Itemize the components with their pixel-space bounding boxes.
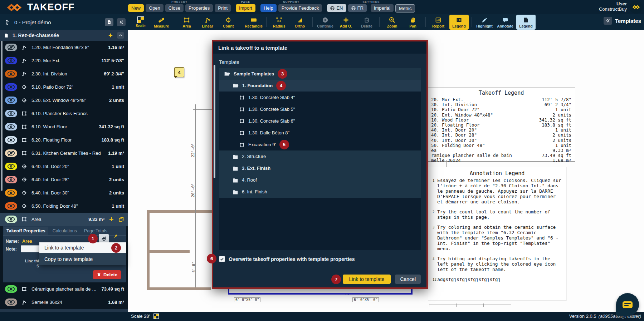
template-tree-row[interactable]: 1.30. Concrete Slab 6" (219, 115, 421, 127)
template-tree-row[interactable]: 2. Structure (219, 150, 421, 162)
overwrite-checkbox[interactable] (219, 256, 225, 262)
takeoff-row[interactable]: 6.31. Kitchen Ceramic Tiles - Red 1.19 m… (0, 147, 128, 160)
open-button[interactable]: Open (146, 4, 164, 12)
tool-ortho[interactable]: Ortho (290, 15, 309, 30)
template-tree-row[interactable]: 1.30. Concrete Slab 4" (219, 92, 421, 103)
tool-annotate[interactable]: Annotate (496, 15, 515, 30)
sidebar-collapse-button[interactable] (117, 18, 126, 26)
link-to-template-button[interactable]: Link to template (343, 275, 391, 284)
visibility-eye-toggle[interactable] (5, 110, 17, 117)
add-measure-button[interactable] (108, 216, 114, 222)
tool-add-o[interactable]: Add O. (336, 15, 356, 30)
tab-takeoff-properties[interactable]: Takeoff Properties (4, 227, 48, 235)
takeoff-row[interactable]: 2.30. Int. Division 69' 2-3/4" (0, 67, 128, 80)
duplicate-icon[interactable] (118, 217, 124, 222)
properties-button[interactable]: Properties (185, 4, 213, 12)
tool-measure[interactable]: Measure (152, 15, 171, 30)
tool-scale[interactable]: Scale (131, 15, 150, 30)
add-takeoff-button[interactable] (108, 33, 113, 38)
visibility-eye-toggle[interactable] (5, 57, 17, 64)
visibility-eye-toggle[interactable] (5, 123, 17, 130)
visibility-eye-toggle[interactable] (5, 189, 17, 197)
takeoff-row[interactable]: 6.10. Plancher Bois-Francs (0, 107, 128, 120)
tool-count[interactable]: Count (219, 15, 238, 30)
template-tree-row[interactable]: 4. Roof (219, 174, 421, 186)
import-button[interactable]: Import (236, 4, 255, 12)
templates-collapse-button[interactable] (604, 17, 612, 25)
takeoff-row[interactable]: 5.10. Patio Door 72" 1 unit (0, 80, 128, 94)
template-tree-row[interactable]: 6. Int. Finish (219, 186, 421, 198)
cancel-button[interactable]: Cancel (395, 275, 421, 284)
tool-highlight[interactable]: Highlight (475, 15, 494, 30)
takeoff-row[interactable]: Semelle 36x24 1.68 m³ (0, 296, 128, 309)
template-tree-row[interactable]: 1.30. Concrete Slab 5" (219, 103, 421, 115)
tool-area[interactable]: Area (177, 15, 196, 30)
group-settings: SETTINGS EN FR Imperial Metric (327, 0, 415, 13)
print-button[interactable]: Print (215, 4, 231, 12)
template-tree-row[interactable]: 3. Ext. Finish (219, 162, 421, 174)
takeoff-row[interactable]: 6.20. Floating Floor 183.8 sq ft (0, 133, 128, 147)
tool-continue[interactable]: Continue (316, 15, 335, 30)
help-button[interactable]: Help (260, 4, 277, 12)
menu-item-copy-to-new-template[interactable]: Copy to new template (39, 253, 126, 265)
section-collapse-button[interactable] (117, 32, 124, 39)
menu-item-link-to-template[interactable]: Link to a template 2 (39, 242, 126, 253)
visibility-eye-toggle[interactable] (5, 202, 17, 210)
template-tree-row[interactable]: Excavation 9' 5 (219, 139, 421, 150)
tool-pan[interactable]: Pan (403, 15, 423, 30)
takeoff-row[interactable]: 6.40. Int. Door 28" 2 units (0, 173, 128, 186)
tool-legend-takeoff[interactable]: Legend (449, 15, 469, 30)
visibility-eye-toggle[interactable] (5, 70, 17, 78)
lang-en-button[interactable]: EN (327, 4, 346, 12)
takeoff-row[interactable]: Céramique plancher salle de bain 73.49 s… (0, 282, 128, 296)
chat-support-button[interactable] (616, 293, 639, 316)
tool-radius[interactable]: Radius (269, 15, 289, 30)
template-tree-row[interactable]: 1. Foundation 4 (219, 80, 421, 92)
takeoff-row[interactable]: 2.20. Mur Ext. 112' 5-7/8" (0, 54, 128, 67)
takeoff-row[interactable]: 6.10. Wood Floor 341.32 sq ft (0, 120, 128, 133)
delete-takeoff-button[interactable]: Delete (93, 270, 121, 279)
tool-delete[interactable]: Delete (357, 15, 376, 30)
legend-item-name: 40. Int. Door 30" (431, 138, 477, 143)
pin-icon[interactable] (113, 234, 118, 239)
takeoff-row[interactable]: 6.40. Int. Door 30" 2 units (0, 186, 128, 199)
tab-calculations[interactable]: Calculations (50, 227, 80, 235)
visibility-eye-toggle[interactable] (5, 216, 17, 223)
visibility-eye-toggle[interactable] (5, 97, 17, 104)
annotation-marker-4[interactable]: 4 (174, 67, 184, 77)
templates-panel-label[interactable]: Templates (615, 18, 641, 24)
tool-rectangle[interactable]: Rectangle (244, 15, 263, 30)
tool-report[interactable]: Report (429, 15, 448, 30)
tool-zoom[interactable]: Zoom (382, 15, 402, 30)
lang-fr-button[interactable]: FR (348, 4, 367, 12)
visibility-eye-toggle[interactable] (5, 176, 17, 183)
visibility-eye-toggle[interactable] (5, 298, 17, 306)
add-page-button[interactable] (105, 18, 113, 26)
visibility-eye-toggle[interactable] (5, 285, 17, 293)
takeoff-row[interactable]: 6.40. Int. Door 20" 1 unit (0, 160, 128, 173)
takeoff-row[interactable]: 6.50. Folding Door 48" 1 unit (0, 199, 128, 213)
visibility-eye-toggle[interactable] (5, 163, 17, 170)
visibility-eye-toggle[interactable] (5, 83, 17, 91)
visibility-eye-toggle[interactable] (5, 136, 17, 144)
takeoff-row[interactable]: 1.20. Mur Fondation 96"x 8" 1.16 m³ (0, 41, 128, 54)
takeoff-row-selected[interactable]: Area 9.33 m² (0, 213, 128, 226)
template-tree-row[interactable]: 1.30. Dalle Béton 8" (219, 127, 421, 139)
new-button[interactable]: New (128, 4, 144, 12)
takeoff-row[interactable]: 5.20. Ext. Window 48"x48" 2 units (0, 94, 128, 107)
user-block[interactable]: User ConstructBuy (599, 1, 627, 12)
imperial-button[interactable]: Imperial (371, 4, 394, 12)
tool-linear[interactable]: Linear (198, 15, 217, 30)
feedback-button[interactable]: Provide Feedback (278, 4, 322, 12)
visibility-eye-toggle[interactable] (5, 44, 17, 51)
metric-button[interactable]: Metric (395, 4, 415, 13)
avatar[interactable] (630, 1, 643, 14)
scale-status[interactable]: Scale 28' (131, 313, 150, 319)
visibility-eye-toggle[interactable] (5, 149, 17, 157)
tool-legend-annotation[interactable]: Legend (516, 15, 536, 30)
tree-scrollbar[interactable] (214, 65, 215, 178)
close-button[interactable]: Close (165, 4, 184, 12)
sidebar-scrollbar[interactable] (1, 41, 3, 191)
page-section-header[interactable]: 1. Rez-de-chaussée (0, 30, 128, 41)
template-tree-row[interactable]: Sample Templates 3 (219, 68, 421, 80)
